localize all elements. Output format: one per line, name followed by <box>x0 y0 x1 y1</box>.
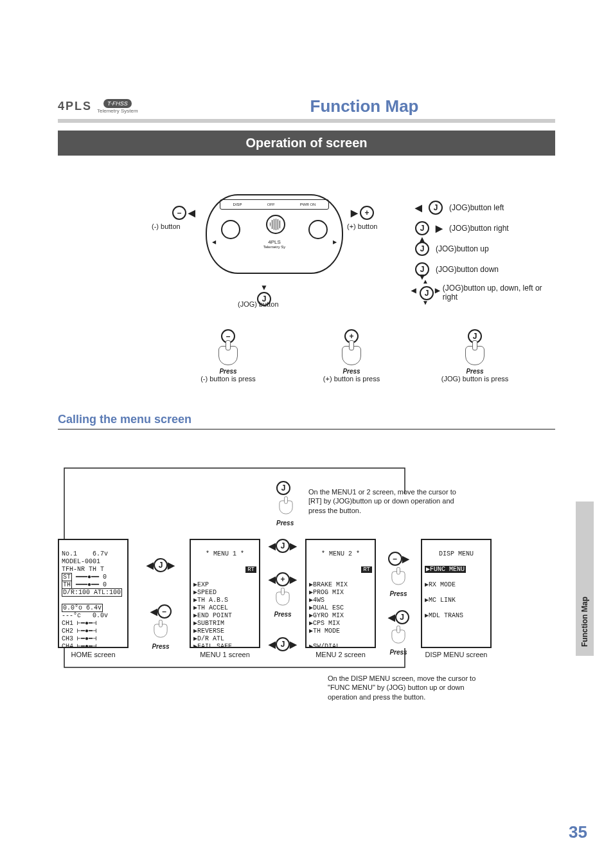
hand-icon <box>218 346 238 365</box>
hand-icon <box>465 346 484 365</box>
jog-any-icon: J <box>420 286 434 300</box>
logo-badge: T-FHSS <box>103 99 132 108</box>
jog-down-label: (JOG)button down <box>436 265 499 274</box>
jog-down-row: J ▼ (JOG)button down <box>415 262 555 276</box>
conn-m2-disp: –▶ Press ◀J Press <box>379 552 418 656</box>
hand-icon <box>154 624 168 638</box>
minus-conn-icon: – <box>388 552 402 566</box>
arrow-right-icon: ▶ <box>351 208 358 218</box>
jog-any-label: (JOG)button up, down, left or right <box>443 284 555 302</box>
controller-logo: 4PLS Telemetry Sy <box>207 239 342 249</box>
page-number: 35 <box>569 822 587 842</box>
arrow-left-icon: ◀ <box>188 208 195 218</box>
logo-text: 4PLS <box>58 100 92 113</box>
plus-icon: + <box>360 206 374 220</box>
press-jog: J Press (JOG) button is press <box>414 329 536 383</box>
tri-l-icon: ◀ <box>411 287 416 294</box>
tri-d-icon: ▼ <box>422 299 429 306</box>
jog-right-row: J ▶ (JOG)button right <box>415 221 555 235</box>
switch-off: OFF <box>267 203 275 206</box>
left-tri-icon: ◀ <box>212 239 216 245</box>
jog-up-label: (JOG)button up <box>436 244 489 253</box>
home-screen: No.1 6.7v MODEL-0001 TFH-NR TH T ST ━━━●… <box>58 539 129 648</box>
jog-press-top: J Press <box>276 481 296 527</box>
conn-home-menu1: ◀J▶ ◀– Press <box>135 558 186 650</box>
flow-diagram: J Press On the MENU1 or 2 screen, move t… <box>58 455 555 712</box>
press-plus: + Press (+) button is press <box>290 329 413 383</box>
press-word: Press <box>414 368 536 375</box>
menu2-screen: * MENU 2 * RT ▶BRAKE MIX ▶PROG MIX ▶4WS … <box>305 539 376 648</box>
hand-icon <box>276 592 290 606</box>
press-minus-label: (-) button is press <box>167 375 289 383</box>
hand-icon <box>392 572 405 585</box>
jog-left-label: (JOG)button left <box>449 203 504 212</box>
menu1-caption: MENU 1 screen <box>190 651 260 658</box>
plus-callout-icon: ▶ + <box>351 206 374 220</box>
jog-right-icon: J <box>415 221 429 235</box>
jog-lr-icon: J <box>276 637 290 651</box>
logo-subtext: Telemetry System <box>97 108 138 114</box>
menu1-screen: * MENU 1 * RT ▶EXP ▶SPEED ▶TH A.B.S ▶TH … <box>190 539 260 648</box>
tri-u-icon: ▲ <box>422 278 429 285</box>
hand-icon <box>342 346 361 365</box>
controller-body: DISP OFF PWR ON 4PLS Telemetry Sy ◀ ▶ <box>206 194 343 274</box>
press-plus-label: (+) button is press <box>290 375 413 383</box>
product-logo: 4PLS T-FHSS Telemetry System <box>58 98 161 116</box>
minus-button <box>221 220 240 239</box>
minus-icon: – <box>172 206 186 220</box>
tri-up-icon: ▲ <box>418 234 427 244</box>
press-row: – Press (-) button is press + Press (+) … <box>167 329 536 383</box>
jog-lr-icon: J <box>154 558 168 572</box>
jog-up-row: ▲ J (JOG)button up <box>415 242 555 256</box>
controller-diagram: DISP OFF PWR ON 4PLS Telemetry Sy ◀ ▶ – … <box>58 194 555 387</box>
hand-icon <box>280 501 293 514</box>
minus-button-label: (-) button <box>152 222 181 230</box>
hand-icon <box>392 630 405 644</box>
disp-caption: DISP MENU screen <box>421 651 492 658</box>
plus-button-label: (+) button <box>347 222 377 230</box>
right-tri-icon: ▶ <box>333 239 337 245</box>
side-tab-label: Function Map <box>580 557 589 686</box>
section-heading: Operation of screen <box>58 131 555 156</box>
page-title: Function Map <box>173 96 555 116</box>
tri-right-icon: ▶ <box>436 223 443 233</box>
minus-callout-icon: – ◀ <box>172 206 195 220</box>
flow-note-bottom: On the DISP MENU screen, move the cursor… <box>328 674 495 701</box>
plus-conn-icon: + <box>276 572 290 586</box>
arrow-down-icon: ▼ <box>257 283 271 292</box>
minus-conn-icon: – <box>157 604 172 619</box>
switch-pwr: PWR ON <box>300 203 316 206</box>
tri-r-icon: ▶ <box>435 287 440 294</box>
jog-conn-icon: J <box>395 610 409 624</box>
tri-left-icon: ◀ <box>415 203 422 213</box>
rt-badge: RT <box>361 566 372 573</box>
controller-switch-panel: DISP OFF PWR ON <box>220 199 329 210</box>
jog-right-label: (JOG)button right <box>449 224 509 233</box>
jog-left-icon: J <box>429 201 443 215</box>
flow-note-top: On the MENU1 or 2 screen, move the curso… <box>308 487 469 515</box>
jog-direction-list: ◀ J (JOG)button left J ▶ (JOG)button rig… <box>415 201 555 302</box>
disp-menu-screen: DISP MENU ▶FUNC MENU ▶RX MODE ▶MC LINK ▶… <box>421 539 492 648</box>
press-word: Press <box>167 368 289 375</box>
menu2-caption: MENU 2 screen <box>305 651 376 658</box>
header: 4PLS T-FHSS Telemetry System Function Ma… <box>58 96 555 123</box>
rt-badge: RT <box>245 566 256 573</box>
conn-m1-m2: ◀J▶ ◀+▶ Press ◀J▶ <box>263 539 302 651</box>
side-tab: Function Map <box>576 502 594 656</box>
jog-any-row: J ◀ ▶ ▲ ▼ (JOG)button up, down, left or … <box>415 283 555 302</box>
switch-disp: DISP <box>233 203 242 206</box>
press-minus: – Press (-) button is press <box>167 329 289 383</box>
press-word: Press <box>276 520 296 527</box>
home-caption: HOME screen <box>58 651 129 658</box>
press-word: Press <box>290 368 413 375</box>
jog-lr-icon: J <box>276 539 290 553</box>
jog-press-icon: J <box>276 481 290 495</box>
plus-button <box>308 220 328 239</box>
jog-left-row: ◀ J (JOG)button left <box>415 201 555 215</box>
jog-dial <box>266 215 285 234</box>
jog-button-label: (JOG) button <box>238 300 279 308</box>
subheading: Calling the menu screen <box>58 413 555 429</box>
press-jog-label: (JOG) button is press <box>414 375 536 383</box>
